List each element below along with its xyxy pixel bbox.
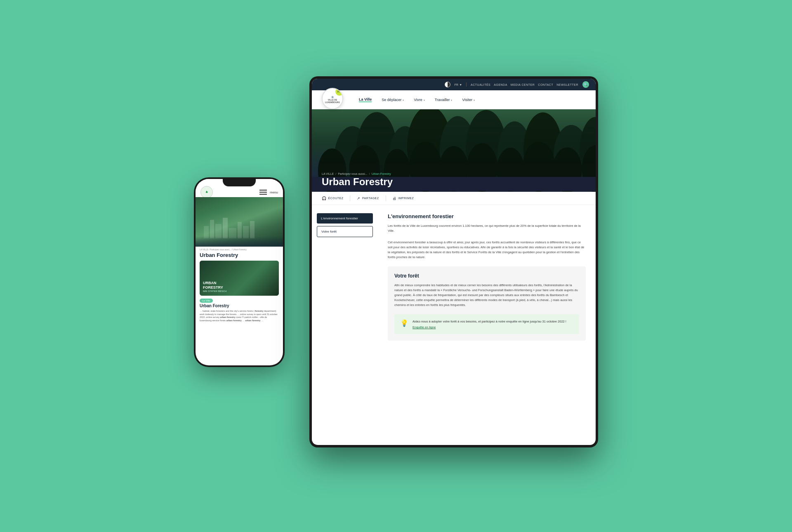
cta-link[interactable]: Enquête en ligne [412,325,566,329]
tablet-main-content: L'environnement forestier Les forêts de … [378,205,596,445]
theme-toggle-icon[interactable] [445,82,450,87]
tablet-sidebar: L'environnement forestier Votre forêt [312,205,378,445]
phone-card-title: Urban Forestry [196,304,283,310]
sidebar-votre-foret-btn[interactable]: Votre forêt [317,226,373,237]
nav-se-deplacer[interactable]: Se déplacer ▾ [382,98,404,102]
tablet-toolbar: 🎧 ÉCOUTEZ ↗ PARTAGEZ 🖨 IMPRIMEZ [312,192,596,205]
phone-logo: 🌲 [200,186,213,198]
headphones-icon: 🎧 [322,196,327,200]
phone-hero [196,197,283,247]
section2-para1: Afin de mieux comprendre les habitudes e… [394,283,579,308]
votre-foret-section: Votre forêt Afin de mieux comprendre les… [388,266,586,341]
phone-menu-label: menu [270,191,278,194]
nav-la-ville[interactable]: La Ville [359,97,372,102]
language-selector[interactable]: FR ▼ [455,83,462,86]
topbar-divider [466,82,467,87]
chevron-down-icon: ▾ [474,99,475,101]
topbar-contact[interactable]: CONTACT [538,83,553,86]
phone-image-sub: MÄI STATER BÉSCH [203,290,226,292]
hero-title: Urban Forestry [322,176,393,188]
phone-frame: 🌲 menu [194,177,285,367]
topbar-newsletter[interactable]: NEWSLETTER [556,83,578,86]
phone-notch [223,177,256,186]
cta-box: 💡 Aidez-nous à adopter votre forêt à vos… [394,314,579,334]
nav-vivre[interactable]: Vivre ▾ [414,98,424,102]
tablet-topbar: FR ▼ ACTUALITÉS AGENDA MEDIA CENTER CONT… [312,79,596,90]
phone-page-title: Urban Forestry [196,251,283,261]
breadcrumb-la-ville[interactable]: LA VILLE [322,172,334,175]
section2-title: Votre forêt [394,273,579,279]
section1-para1: Les forêts de la Ville de Luxembourg cou… [388,224,586,233]
print-button[interactable]: 🖨 IMPRIMEZ [393,196,414,200]
section1-para2: Cet environnement forestier a beaucoup à… [388,240,586,260]
tablet-screen: FR ▼ ACTUALITÉS AGENDA MEDIA CENTER CONT… [312,79,596,445]
toolbar-separator [350,195,350,201]
tablet-nav: QU'ILÀ ÉTÉ 🏛️VILLE DELUXEMBOURG La Ville… [312,90,596,109]
phone-screen: 🌲 menu [196,179,283,365]
topbar-items: ACTUALITÉS AGENDA MEDIA CENTER CONTACT N… [471,83,578,86]
print-icon: 🖨 [393,196,397,200]
logo-badge: QU'ILÀ ÉTÉ [335,88,343,96]
breadcrumb: LA VILLE / Participez vous aussi... / Ur… [322,172,391,175]
share-icon: ↗ [357,196,361,200]
phone-image-title: URBANFORESTRY [203,281,226,290]
nav-visiter[interactable]: Visiter ▾ [462,98,475,102]
section1-title: L'environnement forestier [388,213,586,219]
chevron-down-icon: ▾ [451,99,452,101]
tablet-hero: LA VILLE / Participez vous aussi... / Ur… [312,109,596,192]
site-logo[interactable]: QU'ILÀ ÉTÉ 🏛️VILLE DELUXEMBOURG [322,88,343,109]
breadcrumb-participez[interactable]: Participez vous aussi... [338,172,368,175]
listen-button[interactable]: 🎧 ÉCOUTEZ [322,196,343,200]
topbar-actualites[interactable]: ACTUALITÉS [471,83,490,86]
phone-menu[interactable]: menu [259,190,278,195]
share-button[interactable]: ↗ PARTAGEZ [357,196,379,200]
phone-device: 🌲 menu [194,177,285,367]
tablet-body: L'environnement forestier Votre forêt L'… [312,205,596,445]
chevron-down-icon: ▾ [424,99,425,101]
phone-card-text: … habitat, state foresters and the city'… [196,310,283,322]
search-icon[interactable]: 🔍 [582,81,589,88]
phone-content-image: URBANFORESTRY MÄI STATER BÉSCH [200,261,279,296]
tablet-nav-items: La Ville Se déplacer ▾ Vivre ▾ Travaille… [359,97,475,102]
topbar-media[interactable]: MEDIA CENTER [511,83,535,86]
phone-logo-area: 🌲 [200,186,213,198]
toolbar-separator-2 [386,195,386,201]
topbar-agenda[interactable]: AGENDA [494,83,507,86]
sidebar-environnement-btn[interactable]: L'environnement forestier [317,213,373,224]
hamburger-icon[interactable] [259,190,267,195]
phone-city-silhouette [204,218,275,238]
cta-text: Aidez-nous à adopter votre forêt à vos b… [412,319,566,324]
chevron-down-icon: ▾ [403,99,404,101]
phone-breadcrumb: LA VILLE / Participez vous aussi... / Ur… [196,247,283,251]
tablet-device: FR ▼ ACTUALITÉS AGENDA MEDIA CENTER CONT… [309,76,598,447]
scene: 🌲 menu [0,0,792,532]
phone-tag[interactable]: La Ville [200,299,213,303]
breadcrumb-current: Urban Forestry [372,172,391,175]
nav-travailler[interactable]: Travailler ▾ [435,98,453,102]
lightbulb-icon: 💡 [400,319,408,327]
cta-content: Aidez-nous à adopter votre forêt à vos b… [412,319,566,329]
tablet-frame: FR ▼ ACTUALITÉS AGENDA MEDIA CENTER CONT… [309,76,598,447]
